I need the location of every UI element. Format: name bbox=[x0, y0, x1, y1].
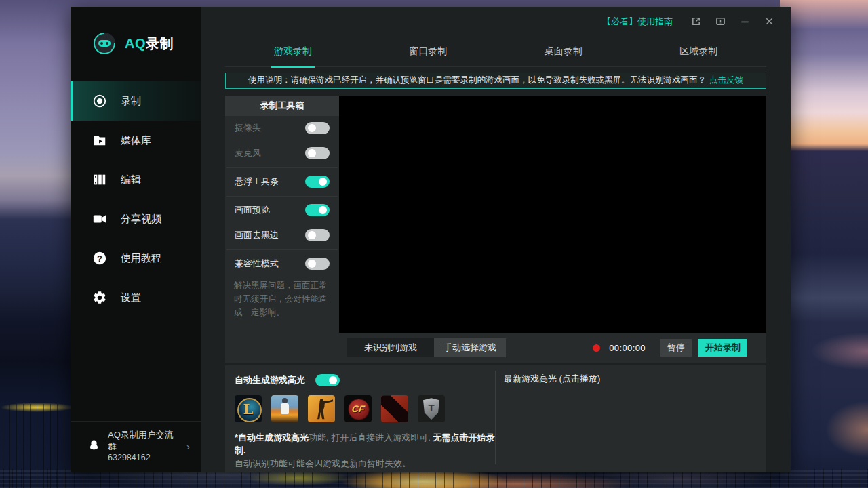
sidebar-item-media-library[interactable]: 媒体库 bbox=[71, 121, 201, 160]
game-icon-dota2 bbox=[381, 395, 408, 422]
game-icon-crossfire: CF bbox=[344, 395, 372, 422]
sidebar-item-label: 媒体库 bbox=[121, 134, 151, 147]
notice-text: 使用说明：请确保游戏已经开启，并确认预览窗口是需要录制的游戏画面，以免导致录制失… bbox=[248, 75, 706, 86]
game-icon-league-of-legends: L bbox=[235, 395, 262, 422]
toggle-label: 悬浮工具条 bbox=[235, 176, 279, 188]
divider bbox=[226, 249, 338, 250]
desktop-wallpaper-right bbox=[780, 0, 868, 488]
toggle-row-microphone: 麦克风 bbox=[225, 141, 339, 166]
toggle-label: 画面去黑边 bbox=[235, 229, 279, 241]
game-detect-status-button[interactable]: 未识别到游戏 bbox=[347, 338, 434, 357]
game-icon-csgo bbox=[308, 395, 335, 422]
toggle-label: 麦克风 bbox=[235, 147, 261, 159]
toggle-row-compatibility: 兼容性模式 bbox=[225, 251, 339, 277]
auto-highlight-label: 自动生成游戏高光 bbox=[235, 374, 305, 386]
auto-highlight-note: *自动生成游戏高光功能, 打开后直接进入游戏即可. 无需点击开始录制. 自动识别… bbox=[235, 431, 495, 470]
app-window: AQ录制 录制 媒体库 编辑 分享视频 ? 使用教程 bbox=[71, 7, 791, 472]
start-record-button[interactable]: 开始录制 bbox=[698, 339, 747, 357]
divider bbox=[226, 196, 338, 197]
camera-toggle[interactable] bbox=[305, 122, 330, 134]
sidebar-item-label: 设置 bbox=[121, 291, 141, 304]
svg-text:?: ? bbox=[97, 253, 102, 264]
floating-toolbar-toggle[interactable] bbox=[305, 176, 330, 188]
sidebar-item-record[interactable]: 录制 bbox=[71, 81, 201, 121]
toggle-row-preview: 画面预览 bbox=[225, 198, 339, 223]
record-controls-bar: 未识别到游戏 手动选择游戏 00:00:00 暂停 开始录制 bbox=[339, 333, 766, 363]
edit-icon bbox=[92, 172, 107, 187]
feedback-link[interactable]: 点击反馈 bbox=[709, 75, 743, 86]
highlight-panel: 自动生成游戏高光 L CF T *自动生成游戏高光功能, 打开后直接进入游戏即可… bbox=[225, 365, 766, 472]
app-logo: AQ录制 bbox=[71, 7, 201, 58]
qq-group-link[interactable]: AQ录制用户交流群 632984162 › bbox=[71, 421, 201, 472]
auto-highlight-section: 自动生成游戏高光 L CF T *自动生成游戏高光功能, 打开后直接进入游戏即可… bbox=[225, 365, 495, 472]
usage-notice: 使用说明：请确保游戏已经开启，并确认预览窗口是需要录制的游戏画面，以免导致录制失… bbox=[225, 73, 766, 89]
microphone-toggle[interactable] bbox=[305, 147, 330, 159]
app-logo-text: AQ录制 bbox=[125, 35, 174, 53]
tab-game-record[interactable]: 游戏录制 bbox=[225, 36, 361, 66]
toggle-row-floating-toolbar: 悬浮工具条 bbox=[225, 169, 339, 195]
minimize-icon[interactable] bbox=[732, 12, 757, 31]
supported-games-row: L CF T bbox=[235, 395, 495, 422]
sidebar-item-share-video[interactable]: 分享视频 bbox=[71, 199, 201, 239]
compatibility-note: 解决黑屏问题，画面正常时无须开启，会对性能造成一定影响。 bbox=[225, 277, 339, 321]
external-link-icon[interactable] bbox=[684, 12, 708, 31]
guide-link[interactable]: 【必看】使用指南 bbox=[602, 16, 673, 28]
toggle-row-remove-black-bars: 画面去黑边 bbox=[225, 223, 339, 248]
sidebar-item-label: 分享视频 bbox=[121, 213, 161, 226]
auto-highlight-toggle[interactable] bbox=[315, 374, 340, 386]
sidebar: AQ录制 录制 媒体库 编辑 分享视频 ? 使用教程 bbox=[71, 7, 201, 472]
sidebar-item-edit[interactable]: 编辑 bbox=[71, 160, 201, 199]
media-library-icon bbox=[92, 133, 107, 148]
divider bbox=[226, 167, 338, 168]
game-preview-area bbox=[339, 96, 766, 333]
sidebar-item-label: 编辑 bbox=[121, 174, 141, 186]
pause-button[interactable]: 暂停 bbox=[660, 339, 692, 357]
record-timer: 00:00:00 bbox=[609, 343, 646, 353]
record-mode-tabs: 游戏录制 窗口录制 桌面录制 区域录制 bbox=[225, 36, 766, 66]
content-area: 【必看】使用指南 游戏录制 窗口录制 桌面录制 区域录制 使用说明：请确保游戏已… bbox=[201, 7, 791, 472]
sidebar-item-label: 录制 bbox=[121, 95, 141, 108]
preview-toggle[interactable] bbox=[305, 204, 330, 216]
qq-group-text: AQ录制用户交流群 632984162 bbox=[108, 429, 178, 464]
help-icon: ? bbox=[92, 251, 107, 266]
share-video-icon bbox=[92, 211, 107, 226]
titlebar: 【必看】使用指南 bbox=[201, 7, 791, 36]
sidebar-item-tutorial[interactable]: ? 使用教程 bbox=[71, 239, 201, 278]
sidebar-menu: 录制 媒体库 编辑 分享视频 ? 使用教程 设置 bbox=[71, 81, 201, 317]
main-row: 录制工具箱 摄像头 麦克风 悬浮工具条 画面预览 bbox=[225, 96, 766, 363]
sidebar-item-label: 使用教程 bbox=[121, 252, 161, 265]
remove-black-bars-toggle[interactable] bbox=[305, 229, 330, 241]
toolbox-title: 录制工具箱 bbox=[225, 96, 339, 116]
app-logo-icon bbox=[89, 28, 119, 58]
tab-desktop-record[interactable]: 桌面录制 bbox=[496, 36, 631, 66]
toggle-label: 画面预览 bbox=[235, 204, 270, 216]
chevron-right-icon: › bbox=[186, 441, 190, 452]
game-icon-pubg bbox=[271, 395, 298, 422]
toggle-label: 兼容性模式 bbox=[235, 258, 279, 270]
latest-highlights-section[interactable]: 最新游戏高光 (点击播放) bbox=[495, 371, 766, 464]
manual-select-game-button[interactable]: 手动选择游戏 bbox=[434, 338, 506, 357]
toggle-label: 摄像头 bbox=[235, 122, 261, 134]
latest-highlights-title: 最新游戏高光 (点击播放) bbox=[504, 373, 766, 385]
game-icon-world-of-tanks: T bbox=[418, 395, 445, 422]
record-toolbox: 录制工具箱 摄像头 麦克风 悬浮工具条 画面预览 bbox=[225, 96, 339, 363]
record-icon bbox=[92, 94, 107, 108]
close-icon[interactable] bbox=[757, 12, 781, 31]
toggle-row-camera: 摄像头 bbox=[225, 116, 339, 141]
tab-window-record[interactable]: 窗口录制 bbox=[361, 36, 496, 66]
compatibility-toggle[interactable] bbox=[305, 258, 330, 270]
sidebar-item-settings[interactable]: 设置 bbox=[71, 278, 201, 317]
qq-penguin-icon bbox=[88, 439, 100, 453]
tab-region-record[interactable]: 区域录制 bbox=[631, 36, 767, 66]
feedback-icon[interactable] bbox=[708, 12, 732, 31]
record-indicator-dot bbox=[593, 344, 600, 352]
gear-icon bbox=[92, 290, 107, 305]
preview-column: 未识别到游戏 手动选择游戏 00:00:00 暂停 开始录制 bbox=[339, 96, 766, 363]
desktop-wallpaper-reeds-left bbox=[0, 404, 71, 488]
